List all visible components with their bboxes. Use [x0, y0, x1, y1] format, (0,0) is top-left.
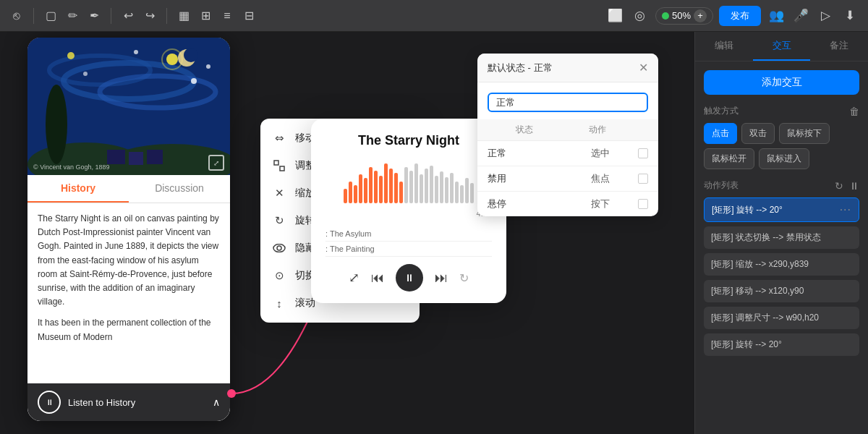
action-item-text-4: [矩形] 调整尺寸 --> w90,h20 [711, 312, 819, 324]
shuffle-button[interactable]: ⤢ [349, 270, 359, 286]
prev-button[interactable]: ⏮ [371, 271, 384, 286]
wave-bar [445, 177, 448, 203]
wave-bar [369, 167, 373, 203]
svg-point-11 [83, 72, 88, 76]
tab-edit[interactable]: 编辑 [695, 32, 753, 61]
mic-icon[interactable]: 🎤 [791, 7, 810, 25]
chip-mouse-down[interactable]: 鼠标按下 [779, 123, 830, 144]
action-item-4[interactable]: [矩形] 调整尺寸 --> w90,h20 [704, 307, 859, 329]
state-normal-checkbox[interactable] [638, 148, 648, 158]
svg-rect-21 [274, 161, 278, 165]
frame-icon[interactable]: ▢ [43, 8, 59, 24]
refresh-icon[interactable]: ↻ [835, 180, 843, 192]
col-header-state: 状态 [488, 124, 561, 136]
undo-icon[interactable]: ↩ [120, 8, 136, 24]
scroll-icon: ↕ [272, 296, 286, 310]
play-icon[interactable]: ▷ [816, 7, 835, 25]
settings-icon[interactable]: ◎ [631, 7, 650, 25]
wave-bar [359, 174, 362, 203]
state-press-label: 按下 [563, 197, 638, 210]
state-disabled-checkbox[interactable] [638, 174, 648, 184]
repeat-button[interactable]: ↻ [459, 271, 469, 285]
sep3 [166, 8, 167, 24]
zoom-plus[interactable]: + [694, 9, 707, 22]
action-item-text-2: [矩形] 缩放 --> x290,y839 [711, 258, 809, 271]
mobile-frame-1: © Vincent van Gogh, 1889 ⤢ History Discu… [27, 38, 230, 421]
align2-icon[interactable]: ⊟ [241, 8, 257, 24]
people-icon[interactable]: 👥 [767, 7, 786, 25]
state-disabled-label: 禁用 [488, 172, 563, 185]
action-item-1[interactable]: [矩形] 状态切换 --> 禁用状态 [704, 226, 859, 249]
panel-body: 添加交互 触发方式 🗑 点击 双击 鼠标按下 鼠标松开 鼠标进入 动作列表 ↻ … [695, 61, 868, 434]
wave-bar [430, 166, 433, 203]
publish-button[interactable]: 发布 [719, 6, 761, 26]
track-2[interactable]: : The Painting [326, 242, 492, 257]
tab-interact[interactable]: 交互 [753, 32, 811, 61]
action-item-text-0: [矩形] 旋转 --> 20° [712, 204, 783, 216]
panel-tabs: 编辑 交互 备注 [695, 32, 868, 61]
state-close-button[interactable]: ✕ [639, 61, 648, 75]
chip-double-click[interactable]: 双击 [741, 123, 775, 144]
sep1 [33, 8, 34, 24]
action-section-title: 动作列表 [704, 179, 739, 192]
action-item-5[interactable]: [矩形] 旋转 --> 20° [704, 333, 859, 356]
svg-point-12 [206, 64, 210, 69]
wave-bar [354, 185, 357, 203]
trigger-section-header: 触发方式 🗑 [704, 105, 859, 117]
track-1[interactable]: : The Asylum [326, 226, 492, 242]
wave-bar [394, 173, 398, 203]
monitor-icon[interactable]: ⬜ [606, 7, 625, 25]
svg-point-8 [67, 52, 75, 59]
svg-point-24 [277, 246, 281, 250]
toolbar-right: ⬜ ◎ 50% + 发布 👥 🎤 ▷ ⬇ [606, 6, 859, 26]
add-interaction-button[interactable]: 添加交互 [704, 70, 859, 95]
action-list-icons: ↻ ⏸ [835, 180, 859, 192]
redo-icon[interactable]: ↪ [142, 8, 158, 24]
wave-bar [364, 178, 367, 203]
state-hover-checkbox[interactable] [638, 199, 648, 209]
wave-bar [349, 182, 352, 203]
expand-icon[interactable]: ⤢ [208, 155, 224, 171]
state-row-hover: 悬停 按下 [477, 192, 658, 216]
select-icon[interactable]: ⎋ [9, 8, 25, 24]
tab-history[interactable]: History [27, 175, 129, 203]
action-item-2[interactable]: [矩形] 缩放 --> x290,y839 [704, 253, 859, 276]
chip-click[interactable]: 点击 [704, 123, 737, 144]
col-header-action: 动作 [561, 124, 634, 136]
audio-bar[interactable]: ⏸ Listen to History ∧ [27, 383, 230, 421]
wave-bar [409, 171, 413, 203]
zoom-badge[interactable]: 50% + [655, 7, 713, 25]
pause-player-button[interactable]: ⏸ [396, 264, 423, 292]
green-dot [662, 12, 669, 20]
brush-icon[interactable]: ✏ [64, 8, 80, 24]
chevron-up-icon[interactable]: ∧ [213, 396, 220, 408]
wave-bar [384, 163, 388, 203]
delete-trigger-icon[interactable]: 🗑 [849, 106, 859, 117]
rotate-icon: ↻ [272, 213, 286, 228]
state-input[interactable] [488, 93, 648, 112]
pen-icon[interactable]: ✒ [86, 8, 102, 24]
chip-mouse-up[interactable]: 鼠标松开 [704, 148, 754, 169]
right-panel: 编辑 交互 备注 添加交互 触发方式 🗑 点击 双击 鼠标按下 鼠标松开 鼠标进… [694, 32, 868, 434]
tab-note[interactable]: 备注 [810, 32, 868, 61]
component-icon[interactable]: ⊞ [197, 8, 213, 24]
state-dropdown[interactable]: 默认状态 - 正常 ✕ 状态 动作 正常 选中 禁用 焦点 [477, 54, 658, 216]
svg-rect-22 [280, 166, 284, 171]
wave-bar [420, 174, 423, 203]
action-item-0[interactable]: [矩形] 旋转 --> 20° ··· [704, 197, 859, 222]
next-button[interactable]: ⏭ [435, 271, 448, 286]
action-item-menu-0[interactable]: ··· [840, 203, 851, 216]
pause-action-icon[interactable]: ⏸ [849, 180, 859, 192]
main: © Vincent van Gogh, 1889 ⤢ History Discu… [0, 32, 868, 434]
tab-discussion[interactable]: Discussion [129, 175, 230, 203]
action-list-header: 动作列表 ↻ ⏸ [704, 179, 859, 192]
wave-bar [460, 185, 464, 203]
pause-button[interactable]: ⏸ [38, 391, 61, 414]
download-icon[interactable]: ⬇ [841, 7, 859, 25]
chip-mouse-enter[interactable]: 鼠标进入 [759, 148, 809, 169]
align-icon[interactable]: ≡ [219, 8, 235, 24]
wave-bar [379, 176, 383, 203]
action-item-3[interactable]: [矩形] 移动 --> x120,y90 [704, 280, 859, 302]
painting-image: © Vincent van Gogh, 1889 ⤢ [27, 38, 230, 175]
grid-icon[interactable]: ▦ [176, 8, 192, 24]
